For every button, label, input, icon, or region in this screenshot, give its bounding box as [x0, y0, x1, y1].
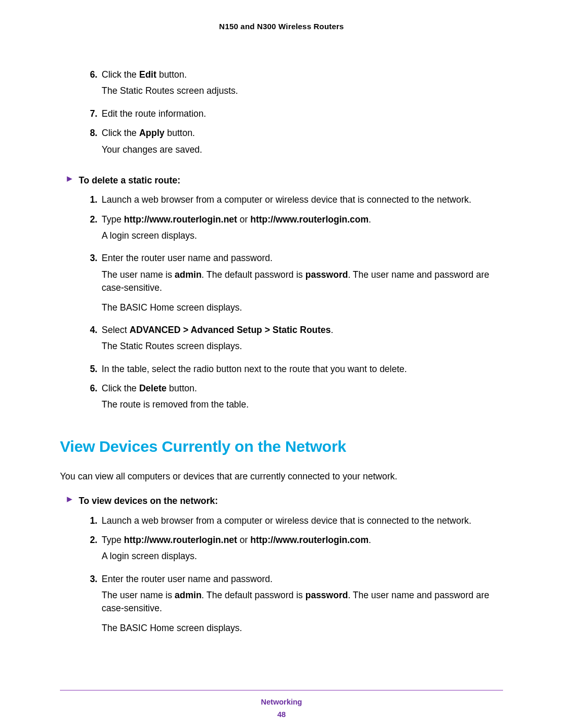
text-fragment: button.	[165, 128, 195, 138]
bold-text: Delete	[139, 383, 167, 393]
page: N150 and N300 Wireless Routers 6. Click …	[0, 0, 563, 728]
text-fragment: Click the	[102, 69, 139, 80]
bold-text: Edit	[139, 69, 156, 80]
arrow-icon	[60, 495, 79, 503]
text-fragment: . The default password is	[202, 590, 305, 600]
result-text: A login screen displays.	[102, 229, 503, 242]
step-number: 1.	[87, 193, 102, 209]
bold-text: admin	[175, 269, 202, 280]
text-fragment: Click the	[102, 383, 139, 393]
text-fragment: .	[369, 214, 371, 225]
text-fragment: Click the	[102, 128, 139, 138]
bold-text: ADVANCED > Advanced Setup > Static Route…	[130, 325, 331, 335]
procedure-heading-view: To view devices on the network:	[60, 495, 503, 508]
page-footer: Networking 48	[0, 698, 563, 719]
result-text: The route is removed from the table.	[102, 398, 503, 411]
bold-text: Apply	[139, 128, 165, 138]
step-text: Edit the route information.	[102, 107, 503, 124]
document-header: N150 and N300 Wireless Routers	[60, 22, 503, 31]
text-fragment: .	[369, 535, 371, 545]
bold-url: http://www.routerlogin.com	[250, 535, 369, 545]
result-text: The BASIC Home screen displays.	[102, 622, 503, 635]
step-text: Click the Edit button. The Static Routes…	[102, 68, 503, 104]
result-text: The Static Routes screen adjusts.	[102, 84, 503, 97]
text-fragment: Type	[102, 214, 124, 225]
footer-chapter: Networking	[0, 698, 563, 706]
result-text: Your changes are saved.	[102, 143, 503, 156]
step-text: Click the Apply button. Your changes are…	[102, 127, 503, 163]
text-fragment: or	[237, 535, 250, 545]
step-number: 7.	[87, 107, 102, 124]
footer-page-number: 48	[0, 710, 563, 719]
step-text: Type http://www.routerlogin.net or http:…	[102, 213, 503, 249]
step-text: Enter the router user name and password.…	[102, 252, 503, 320]
step-1: 1. Launch a web browser from a computer …	[87, 193, 503, 209]
procedure-heading-text: To delete a static route:	[79, 174, 180, 187]
view-steps: 1. Launch a web browser from a computer …	[60, 514, 503, 641]
text-fragment: button.	[156, 69, 187, 80]
step-number: 5.	[87, 363, 102, 379]
text-fragment: The user name is	[102, 269, 175, 280]
result-text: The BASIC Home screen displays.	[102, 301, 503, 314]
step-number: 2.	[87, 534, 102, 570]
step-text: Select ADVANCED > Advanced Setup > Stati…	[102, 324, 503, 360]
text-fragment: The user name is	[102, 590, 175, 600]
bold-text: password	[305, 269, 348, 280]
step-text: In the table, select the radio button ne…	[102, 363, 503, 379]
text-fragment: Type	[102, 535, 124, 545]
step-text: Click the Delete button. The route is re…	[102, 382, 503, 418]
step-number: 3.	[87, 573, 102, 641]
bold-text: password	[305, 590, 348, 600]
step-number: 6.	[87, 382, 102, 418]
delete-steps: 1. Launch a web browser from a computer …	[60, 193, 503, 418]
procedure-heading-text: To view devices on the network:	[79, 495, 218, 508]
step-text: Type http://www.routerlogin.net or http:…	[102, 534, 503, 570]
bold-url: http://www.routerlogin.com	[250, 214, 369, 225]
step-4: 4. Select ADVANCED > Advanced Setup > St…	[87, 324, 503, 360]
procedure-heading-delete: To delete a static route:	[60, 174, 503, 187]
footer-rule	[60, 690, 503, 690]
step-5: 5. In the table, select the radio button…	[87, 363, 503, 379]
step-text: Enter the router user name and password.…	[102, 573, 503, 641]
section-heading: View Devices Currently on the Network	[60, 438, 503, 455]
step-6: 6. Click the Edit button. The Static Rou…	[87, 68, 503, 104]
svg-marker-1	[67, 497, 72, 502]
section-intro: You can view all computers or devices th…	[60, 470, 503, 483]
step-number: 4.	[87, 324, 102, 360]
text-fragment: or	[237, 214, 250, 225]
step-number: 2.	[87, 213, 102, 249]
text-fragment: .	[331, 325, 334, 335]
step-8: 8. Click the Apply button. Your changes …	[87, 127, 503, 163]
step-number: 8.	[87, 127, 102, 163]
step-6b: 6. Click the Delete button. The route is…	[87, 382, 503, 418]
step-text: Launch a web browser from a computer or …	[102, 514, 503, 530]
step-text: Launch a web browser from a computer or …	[102, 193, 503, 209]
bold-url: http://www.routerlogin.net	[124, 535, 237, 545]
step-3: 3. Enter the router user name and passwo…	[87, 252, 503, 320]
step-2: 2. Type http://www.routerlogin.net or ht…	[87, 213, 503, 249]
result-text: A login screen displays.	[102, 550, 503, 563]
steps-continued: 6. Click the Edit button. The Static Rou…	[60, 68, 503, 163]
text-fragment: . The default password is	[202, 269, 305, 280]
step-1: 1. Launch a web browser from a computer …	[87, 514, 503, 530]
step-number: 3.	[87, 252, 102, 320]
svg-marker-0	[67, 176, 72, 181]
step-2: 2. Type http://www.routerlogin.net or ht…	[87, 534, 503, 570]
step-3: 3. Enter the router user name and passwo…	[87, 573, 503, 641]
text-fragment: button.	[167, 383, 197, 393]
arrow-icon	[60, 174, 79, 182]
step-number: 1.	[87, 514, 102, 530]
step-7: 7. Edit the route information.	[87, 107, 503, 124]
result-text: The Static Routes screen displays.	[102, 340, 503, 353]
bold-text: admin	[175, 590, 202, 600]
bold-url: http://www.routerlogin.net	[124, 214, 237, 225]
text-fragment: Select	[102, 325, 130, 335]
step-number: 6.	[87, 68, 102, 104]
